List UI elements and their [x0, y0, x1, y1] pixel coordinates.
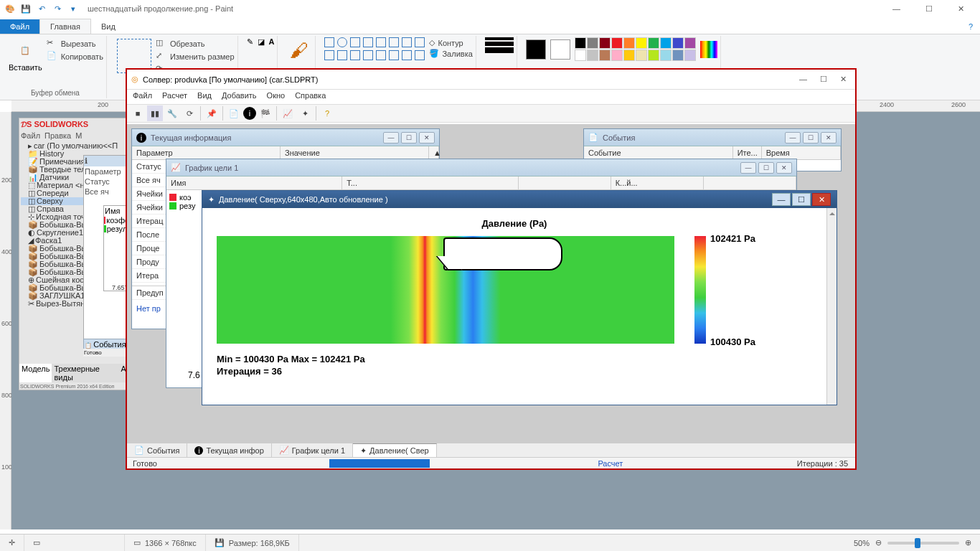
fill-button[interactable]: 🪣Заливка — [429, 48, 472, 59]
pressure-max-button[interactable]: ☐ — [792, 193, 811, 206]
panel-max-icon[interactable]: ☐ — [401, 132, 417, 143]
solver-menu-bar: Файл Расчет Вид Добавить Окно Справка — [127, 90, 855, 104]
minimize-button[interactable]: — — [880, 0, 913, 17]
edit-colors-icon[interactable] — [700, 41, 717, 58]
help-icon[interactable]: ? — [961, 19, 980, 34]
wrench-icon[interactable]: 🔧 — [164, 105, 180, 121]
panel-goals-title: График цели 1 — [185, 164, 238, 172]
copy-button[interactable]: 📄Копировать — [47, 50, 103, 63]
crop-button[interactable]: ◫Обрезать — [156, 37, 235, 50]
solver-bottom-tabs: 📄События iТекущая инфор 📈График цели 1 ✦… — [127, 443, 855, 457]
btab-info[interactable]: iТекущая инфор — [187, 443, 271, 457]
maximize-button[interactable]: ☐ — [913, 0, 945, 17]
qat-dropdown-icon[interactable]: ▾ — [66, 1, 80, 16]
solver-minimize-button[interactable]: — — [799, 75, 807, 84]
help-tb-icon[interactable]: ? — [319, 105, 335, 121]
solver-close-button[interactable]: ✕ — [840, 75, 847, 84]
bg-ready-label: Готово — [83, 349, 131, 357]
flag-icon[interactable]: 🏁 — [258, 105, 273, 121]
pressure-stats-iter: Итерация = 36 — [217, 364, 812, 377]
solver-maximize-button[interactable]: ☐ — [820, 75, 827, 84]
btab-goals[interactable]: 📈График цели 1 — [272, 443, 353, 457]
eraser-tool-icon[interactable]: ◪ — [258, 37, 265, 47]
menu-help[interactable]: Справка — [295, 91, 326, 103]
resize-button[interactable]: ⤢Изменить размер — [156, 50, 235, 63]
crop-icon: ◫ — [156, 38, 167, 50]
panel-min-icon[interactable]: — — [383, 132, 399, 143]
clipboard-icon: 📋 — [14, 39, 37, 62]
paint-app-icon: 🎨 — [3, 1, 17, 16]
zoom-out-button[interactable]: ⊖ — [875, 538, 882, 547]
zoom-slider[interactable] — [887, 542, 959, 545]
btab-events[interactable]: 📄События — [127, 443, 187, 457]
color2-swatch[interactable] — [550, 39, 570, 60]
tab-file[interactable]: Файл — [0, 19, 39, 34]
color1-swatch[interactable] — [526, 39, 546, 60]
solver-app-icon: ◎ — [131, 75, 138, 84]
pressure-icon: ✦ — [360, 446, 367, 456]
menu-add[interactable]: Добавить — [222, 91, 257, 103]
pressure-icon: ✦ — [208, 195, 215, 204]
close-button[interactable]: ✕ — [945, 0, 977, 17]
undo-icon[interactable]: ↶ — [34, 1, 49, 16]
btab-pressure[interactable]: ✦Давление( Свер — [353, 443, 437, 457]
bucket-icon: 🪣 — [429, 49, 439, 58]
colorbar — [694, 236, 706, 344]
pencil-tool-icon[interactable]: ✎ — [247, 37, 253, 47]
goals-yval: 7.6 — [188, 370, 200, 380]
shapes-gallery[interactable] — [324, 37, 426, 62]
panel-close-icon[interactable]: ✕ — [419, 132, 435, 143]
paste-button[interactable]: 📋 Вставить — [7, 37, 44, 73]
save-icon[interactable]: 💾 — [19, 1, 33, 16]
solver-title-bar[interactable]: ◎ Солвер: produvka [По умолчанию] (car.S… — [127, 70, 855, 90]
colorbar-min-label: 100430 Pa — [710, 336, 755, 347]
refresh-icon[interactable]: ⟳ — [182, 105, 197, 121]
pressure-plot: 102421 Pa 100430 Pa — [217, 236, 812, 344]
color-palette[interactable] — [575, 37, 696, 61]
chart-icon[interactable]: 📈 — [280, 105, 296, 121]
log-icon[interactable]: 📄 — [226, 105, 242, 121]
menu-window[interactable]: Окно — [267, 91, 286, 103]
pressure-title-text: Давление( Сверху,640x480,Авто обновление… — [219, 195, 388, 204]
scissors-icon: ✂ — [47, 38, 58, 50]
redo-icon[interactable]: ↷ — [50, 1, 65, 16]
outline-button[interactable]: ◇Контур — [429, 37, 472, 48]
pressure-scrollbar[interactable] — [826, 208, 837, 405]
disk-icon: 💾 — [215, 538, 225, 547]
pressure-title-bar[interactable]: ✦ Давление( Сверху,640x480,Авто обновлен… — [202, 191, 837, 208]
select-rect-icon — [117, 39, 151, 73]
chart-icon: 📈 — [171, 163, 181, 172]
pause-icon[interactable]: ▮▮ — [147, 105, 163, 121]
stroke-width-icon[interactable] — [485, 37, 514, 40]
menu-file[interactable]: Файл — [133, 91, 152, 103]
status-calc: Расчет — [431, 459, 790, 468]
info-icon: i — [194, 446, 203, 455]
pressure-plot-title: Давление (Pa) — [217, 215, 812, 232]
pin-icon[interactable]: 📌 — [204, 105, 220, 121]
group-clipboard-label: Буфер обмена — [31, 88, 80, 97]
tab-home[interactable]: Главная — [39, 19, 91, 34]
pressure-close-button[interactable]: ✕ — [812, 193, 831, 206]
copy-icon: 📄 — [47, 51, 58, 62]
info-icon[interactable]: i — [243, 107, 256, 120]
solver-title-text: Солвер: produvka [По умолчанию] (car.SLD… — [143, 75, 318, 84]
palette-icon[interactable]: ✦ — [297, 105, 313, 121]
dims-icon: ▭ — [133, 538, 141, 547]
cut-button[interactable]: ✂Вырезать — [47, 37, 103, 50]
pressure-min-button[interactable]: — — [772, 193, 791, 206]
brush-tool[interactable]: 🖌 — [286, 37, 312, 63]
size-cell: 💾Размер: 168,9КБ — [206, 534, 299, 551]
ruler-vertical: 200 400 600 800 1000 — [0, 112, 11, 529]
text-tool-icon[interactable]: A — [269, 37, 275, 46]
paint-title-bar: 🎨 💾 ↶ ↷ ▾ шестнадцатый продолжение.png -… — [0, 0, 980, 17]
pressure-field — [217, 236, 674, 344]
zoom-in-button[interactable]: ⊕ — [965, 538, 971, 547]
menu-view[interactable]: Вид — [197, 91, 212, 103]
solver-window: ◎ Солвер: produvka [По умолчанию] (car.S… — [126, 69, 856, 469]
solver-mdi-area: i Текущая информация —☐✕ ПараметрЗначени… — [127, 124, 855, 444]
stop-icon[interactable]: ■ — [130, 105, 146, 121]
status-iterations: Итерации : 35 — [790, 459, 855, 468]
menu-calc[interactable]: Расчет — [162, 91, 187, 103]
tab-view[interactable]: Вид — [91, 19, 126, 34]
progress-bar — [329, 459, 430, 468]
